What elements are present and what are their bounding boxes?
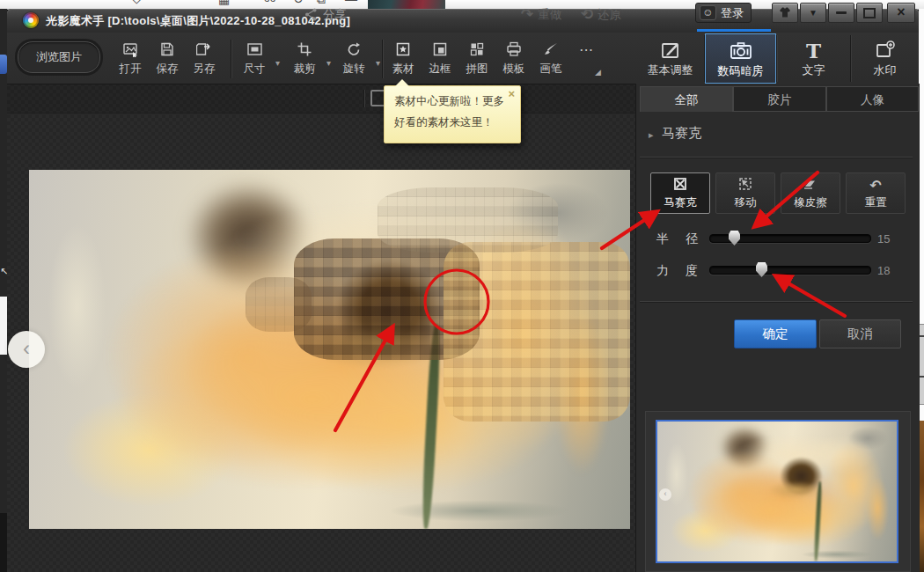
bookmark-icon: ⛉ — [132, 0, 142, 7]
redo-icon: ↷ — [521, 5, 533, 24]
browse-images-button[interactable]: 浏览图片 — [18, 41, 100, 73]
restore-label: 还原 — [598, 7, 621, 23]
reset-tool-icon: ↶ — [847, 176, 905, 195]
grid-icon: ▦ — [218, 0, 230, 6]
user-avatar-icon: ☺ — [700, 5, 716, 20]
tooltip-line1: 素材中心更新啦！更多 — [394, 94, 504, 109]
login-button[interactable]: ☺ 登录 — [695, 3, 752, 23]
login-label: 登录 — [721, 5, 744, 21]
camera-icon — [706, 40, 775, 63]
cancel-button[interactable]: 取消 — [819, 319, 901, 348]
toolbar-open-label: 打开 — [112, 61, 149, 77]
previous-image-button[interactable]: ‹ — [8, 331, 45, 368]
preview-thumbnail[interactable]: ‹ — [656, 420, 898, 563]
mosaic-tool-button[interactable]: 马赛克 — [650, 172, 710, 214]
mosaic-tool-label: 马赛克 — [651, 195, 709, 209]
share-button[interactable]: 分享 — [304, 0, 347, 29]
toolbar-crop-label: 裁剪 — [286, 61, 323, 77]
tab-basic-adjust-label: 基本调整 — [636, 62, 704, 78]
panel-divider — [640, 157, 913, 158]
tooltip-close-icon[interactable]: × — [508, 87, 515, 100]
action-bar — [7, 84, 635, 114]
restore-button[interactable]: ⟲ 还原 — [581, 0, 621, 29]
toolbar-rotate-button[interactable]: 旋转 — [335, 41, 372, 78]
move-tool-button[interactable]: 移动 — [715, 172, 775, 214]
app-logo-icon — [23, 12, 39, 28]
toolbar-save-button[interactable]: 保存 — [149, 41, 186, 78]
tab-digital-darkroom[interactable]: 数码暗房 — [705, 33, 776, 84]
collage-icon — [458, 41, 495, 61]
strength-slider-track[interactable] — [709, 266, 871, 275]
mosaic-patch-right-petals — [444, 242, 630, 422]
basic-adjust-icon — [636, 40, 704, 62]
main-image[interactable] — [29, 170, 630, 529]
eraser-tool-label: 橡皮擦 — [781, 195, 840, 209]
toolbar-material-button[interactable]: 素材 — [385, 41, 422, 78]
save-as-icon — [186, 41, 223, 61]
rotate-dropdown-caret-icon[interactable]: ▾ — [376, 58, 380, 68]
skin-button[interactable] — [772, 3, 798, 23]
toolbar-save-as-button[interactable]: 另存 — [186, 41, 223, 78]
toolbar-template-button[interactable]: 模板 — [495, 41, 532, 78]
background-dark-patch — [0, 513, 7, 572]
template-printer-icon — [495, 41, 532, 61]
eraser-tool-icon — [781, 176, 840, 195]
mosaic-patch-top — [378, 187, 558, 252]
toolbar-frame-label: 边框 — [422, 61, 458, 77]
mosaic-tool-icon — [651, 176, 709, 195]
screen: ⛉ ▦ oo ↻ ⧉ — ↖ 光影魔术手 [D:\tools\桌面\图片\202… — [0, 0, 924, 572]
reset-tool-button[interactable]: ↶ 重置 — [846, 172, 906, 214]
toolbar-rotate-label: 旋转 — [335, 61, 372, 77]
filter-tab-portrait[interactable]: 人像 — [826, 86, 919, 112]
background-image-thumbnail — [368, 0, 445, 9]
toolbar-collage-label: 拼图 — [458, 61, 495, 77]
infinity-icon: oo — [264, 0, 275, 4]
move-tool-label: 移动 — [716, 195, 774, 209]
watermark-icon — [851, 40, 919, 62]
toolbar-separator — [231, 40, 231, 78]
tab-basic-adjust[interactable]: 基本调整 — [636, 33, 704, 84]
toolbar-open-button[interactable]: 打开 — [112, 41, 149, 78]
minimize-button[interactable] — [828, 3, 854, 23]
dropdown-menu-button[interactable]: ▼ — [800, 3, 826, 23]
resize-icon — [236, 41, 273, 61]
redo-button[interactable]: ↷ 重做 — [521, 0, 561, 29]
tab-text[interactable]: T 文字 — [777, 33, 850, 84]
confirm-button[interactable]: 确定 — [734, 319, 817, 348]
toolbar-brush-button[interactable]: 画笔 — [532, 41, 569, 78]
toolbar-size-button[interactable]: 尺寸 — [236, 41, 273, 78]
strength-label-a: 力 — [656, 263, 669, 279]
filter-tab-all[interactable]: 全部 — [640, 86, 733, 112]
share-icon — [304, 7, 319, 22]
eraser-tool-button[interactable]: 橡皮擦 — [781, 172, 840, 214]
toolbar-frame-button[interactable]: 边框 — [422, 41, 458, 78]
section-collapse-arrow-icon[interactable]: ▸ — [649, 129, 654, 141]
material-update-tooltip: × 素材中心更新啦！更多 好看的素材来这里！ — [384, 85, 521, 143]
size-dropdown-caret-icon[interactable]: ▾ — [275, 58, 280, 68]
toolbar-collage-button[interactable]: 拼图 — [458, 41, 495, 78]
preview-stamen-ring — [767, 480, 825, 500]
background-app-icon — [0, 55, 7, 74]
tab-watermark[interactable]: 水印 — [851, 33, 919, 84]
crop-dropdown-caret-icon[interactable]: ▾ — [326, 58, 331, 68]
refresh-icon: ↻ — [293, 0, 304, 6]
tooltip-caret — [395, 79, 409, 86]
text-tool-icon: T — [777, 40, 850, 62]
tshirt-icon — [778, 6, 792, 18]
radius-value: 15 — [877, 232, 890, 246]
material-star-icon — [385, 41, 422, 61]
filter-tab-film[interactable]: 胶片 — [733, 86, 826, 112]
close-button[interactable]: × — [887, 3, 915, 23]
toolbar-crop-button[interactable]: 裁剪 — [286, 41, 323, 78]
frame-icon — [422, 41, 458, 61]
toolbar-separator — [382, 40, 383, 78]
maximize-button[interactable] — [856, 3, 883, 23]
strength-value: 18 — [877, 264, 890, 277]
redo-label: 重做 — [538, 7, 561, 23]
more-corner-icon: ◢ — [595, 68, 601, 77]
open-image-icon — [112, 41, 149, 61]
move-tool-icon — [716, 176, 774, 195]
toolbar-brush-label: 画笔 — [532, 61, 569, 77]
toolbar-more-button[interactable]: ⋯ ◢ — [569, 41, 603, 78]
tab-text-label: 文字 — [777, 62, 850, 78]
